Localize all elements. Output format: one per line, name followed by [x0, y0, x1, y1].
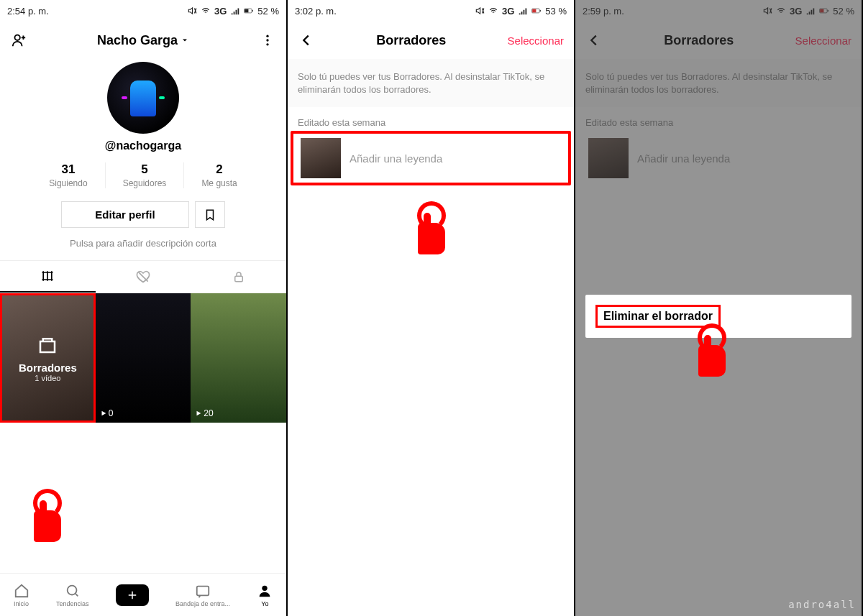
svg-rect-12 [533, 9, 536, 13]
screen-drafts: 3:02 p. m. 3G 53 % Borradores Selecciona… [288, 0, 575, 616]
chevron-down-icon [181, 36, 189, 45]
network-label: 3G [502, 6, 514, 17]
battery-label: 52 % [257, 6, 279, 17]
video-tile-1[interactable]: 0 [96, 293, 191, 423]
stat-followers[interactable]: 5 Seguidores [106, 162, 185, 188]
bookmarks-button[interactable] [195, 201, 225, 228]
back-button[interactable] [298, 32, 315, 49]
svg-rect-13 [540, 10, 541, 12]
svg-point-6 [266, 43, 268, 45]
tab-liked[interactable] [96, 261, 191, 293]
status-time: 3:02 p. m. [295, 6, 337, 17]
nav-home[interactable]: Inicio [14, 583, 29, 607]
video-tile-2[interactable]: 20 [191, 293, 286, 423]
svg-point-4 [266, 35, 268, 37]
status-bar: 2:54 p. m. 3G 52 % [0, 0, 286, 22]
screen-delete-draft: 2:59 p. m. 3G 52 % Borradores Selecciona… [575, 0, 863, 616]
stats-row: 31 Siguiendo 5 Seguidores 2 Me gusta [0, 162, 286, 188]
play-count: 20 [204, 408, 213, 418]
add-friend-button[interactable] [10, 32, 27, 49]
mute-icon [475, 6, 485, 16]
svg-rect-7 [234, 276, 242, 282]
svg-rect-2 [252, 10, 253, 12]
drafts-title: Borradores [376, 33, 446, 48]
wifi-icon [201, 6, 211, 16]
more-button[interactable] [259, 32, 276, 49]
drafts-notice: Solo tú puedes ver tus Borradores. Al de… [288, 59, 574, 107]
annotation-highlight [291, 131, 571, 185]
network-label: 3G [214, 6, 227, 17]
svg-point-8 [67, 585, 76, 594]
username[interactable]: @nachogarga [0, 139, 286, 152]
stat-likes[interactable]: 2 Me gusta [184, 162, 254, 188]
svg-rect-1 [245, 9, 249, 13]
tab-grid[interactable] [0, 261, 96, 293]
video-grid: Borradores 1 vídeo 0 20 [0, 293, 286, 423]
drafts-count: 1 vídeo [35, 374, 60, 382]
signal-icon [518, 6, 528, 16]
profile-header: Nacho Garga [0, 22, 286, 59]
select-button[interactable]: Seleccionar [508, 35, 564, 47]
svg-point-5 [266, 39, 268, 41]
profile-title[interactable]: Nacho Garga [97, 33, 189, 48]
profile-title-text: Nacho Garga [97, 33, 178, 48]
status-time: 2:54 p. m. [7, 6, 49, 17]
screen-profile: 2:54 p. m. 3G 52 % Nacho Garga [0, 0, 288, 616]
section-label: Editado esta semana [288, 107, 574, 134]
draft-item[interactable]: Añadir una leyenda [293, 134, 568, 183]
bottom-nav: Inicio Tendencias Bandeja de entra... Yo [0, 573, 286, 616]
nav-create[interactable] [116, 584, 149, 606]
tab-private[interactable] [191, 261, 286, 293]
avatar[interactable] [107, 62, 179, 134]
edit-profile-button[interactable]: Editar perfil [61, 201, 188, 228]
status-bar: 3:02 p. m. 3G 53 % [288, 0, 574, 22]
play-count: 0 [109, 408, 114, 418]
drafts-tile[interactable]: Borradores 1 vídeo [0, 293, 96, 423]
battery-icon [244, 6, 254, 16]
annotation-tap-icon [690, 323, 734, 380]
svg-rect-9 [197, 586, 209, 595]
drafts-header: Borradores Seleccionar [288, 22, 574, 59]
svg-point-10 [262, 585, 268, 590]
drafts-label: Borradores [19, 362, 77, 374]
content-tabs [0, 260, 286, 293]
wifi-icon [488, 6, 498, 16]
signal-icon [230, 6, 240, 16]
drafts-icon [37, 334, 58, 356]
annotation-tap-icon [410, 201, 453, 257]
mute-icon [187, 6, 197, 16]
battery-label: 53 % [545, 6, 567, 17]
watermark: andro4all [788, 599, 856, 610]
battery-icon [531, 6, 542, 16]
svg-point-3 [15, 35, 20, 40]
nav-inbox[interactable]: Bandeja de entra... [175, 583, 230, 607]
stat-following[interactable]: 31 Siguiendo [32, 162, 105, 188]
nav-trending[interactable]: Tendencias [56, 583, 89, 607]
bio-hint[interactable]: Pulsa para añadir descripción corta [0, 238, 286, 260]
annotation-tap-icon [26, 489, 69, 545]
nav-me[interactable]: Yo [257, 583, 273, 607]
